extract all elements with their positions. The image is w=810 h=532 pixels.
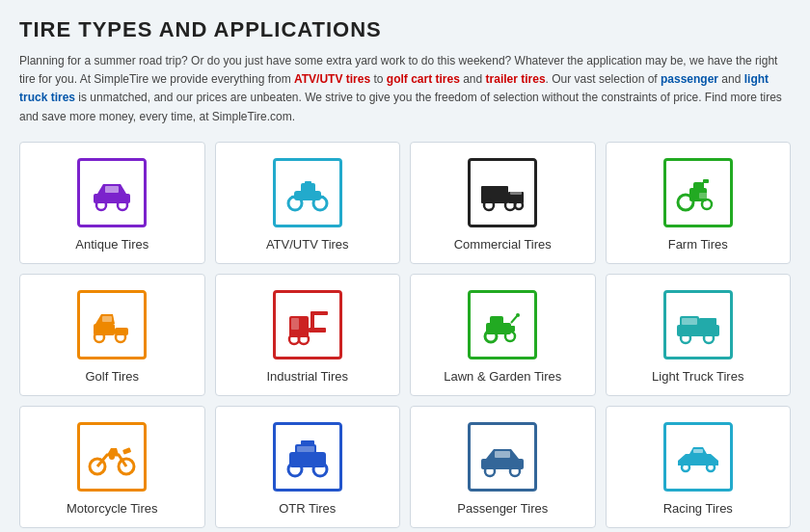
atv-label: ATV/UTV Tires	[266, 237, 349, 252]
svg-rect-45	[682, 318, 697, 325]
golf-label: Golf Tires	[85, 369, 139, 384]
svg-rect-8	[291, 196, 296, 199]
lawn-label: Lawn & Garden Tires	[444, 369, 561, 384]
motorcycle-icon	[77, 422, 147, 492]
svg-rect-31	[310, 313, 314, 330]
svg-rect-9	[319, 196, 324, 199]
golf-link[interactable]: golf cart tires	[387, 72, 460, 86]
svg-point-42	[516, 313, 520, 317]
svg-point-19	[678, 195, 693, 210]
motorcycle-label: Motorcycle Tires	[67, 501, 158, 516]
svg-rect-51	[122, 447, 131, 454]
card-racing[interactable]: Racing Tires	[606, 406, 792, 528]
industrial-label: Industrial Tires	[266, 369, 348, 384]
card-commercial[interactable]: Commercial Tires	[410, 142, 596, 264]
card-atv[interactable]: ATV/UTV Tires	[215, 142, 401, 264]
tire-type-grid: Antique Tires ATV/UTV Tires	[19, 142, 791, 532]
svg-rect-63	[693, 449, 703, 453]
card-antique[interactable]: Antique Tires	[19, 142, 205, 264]
otr-label: OTR Tires	[279, 501, 336, 516]
svg-rect-21	[699, 193, 709, 199]
lighttruck-label: Light Truck Tires	[652, 369, 743, 384]
svg-rect-53	[289, 452, 326, 467]
card-golf[interactable]: Golf Tires	[19, 274, 205, 396]
trailer-link[interactable]: trailer tires	[486, 72, 546, 86]
passenger-link[interactable]: passenger	[661, 72, 718, 86]
commercial-icon	[468, 158, 537, 227]
svg-rect-13	[510, 188, 522, 195]
card-lighttruck[interactable]: Light Truck Tires	[606, 274, 792, 396]
svg-point-64	[682, 464, 689, 471]
card-industrial[interactable]: Industrial Tires	[215, 274, 401, 396]
svg-rect-3	[105, 186, 119, 193]
industrial-icon	[273, 290, 342, 359]
golf-icon	[77, 290, 147, 359]
svg-rect-37	[490, 316, 503, 325]
svg-rect-57	[297, 446, 314, 452]
lighttruck-icon	[663, 290, 733, 359]
racing-icon	[663, 422, 733, 492]
svg-rect-60	[495, 451, 510, 458]
svg-rect-28	[102, 316, 112, 322]
atv-link[interactable]: ATV/UTV tires	[294, 72, 370, 86]
card-passenger[interactable]: Passenger Tires	[410, 406, 596, 528]
svg-rect-23	[703, 179, 709, 183]
svg-line-41	[511, 316, 517, 323]
page-description: Planning for a summer road trip? Or do y…	[19, 52, 791, 126]
atv-icon	[273, 158, 342, 227]
lawn-icon	[468, 290, 537, 359]
otr-icon	[273, 422, 342, 492]
svg-rect-66	[678, 461, 686, 465]
svg-rect-10	[305, 181, 311, 185]
svg-rect-40	[505, 326, 515, 332]
antique-icon	[77, 158, 147, 227]
svg-rect-32	[310, 311, 328, 315]
card-otr[interactable]: OTR Tires	[215, 406, 401, 528]
farm-label: Farm Tires	[668, 237, 728, 252]
svg-rect-48	[699, 318, 716, 327]
svg-rect-58	[301, 440, 314, 445]
passenger-icon	[468, 422, 537, 492]
card-farm[interactable]: Farm Tires	[606, 142, 792, 264]
svg-rect-67	[711, 461, 718, 465]
svg-point-20	[702, 200, 712, 209]
svg-point-65	[707, 464, 715, 471]
farm-icon	[663, 158, 733, 227]
svg-point-52	[109, 454, 115, 460]
racing-label: Racing Tires	[663, 501, 733, 516]
page-title: TIRE TYPES AND APPLICATIONS	[19, 17, 791, 42]
svg-rect-35	[291, 318, 299, 330]
svg-point-16	[515, 201, 523, 209]
commercial-label: Commercial Tires	[454, 237, 552, 252]
antique-label: Antique Tires	[75, 237, 148, 252]
card-motorcycle[interactable]: Motorcycle Tires	[19, 406, 205, 528]
card-lawn[interactable]: Lawn & Garden Tires	[410, 274, 596, 396]
svg-rect-18	[693, 182, 703, 191]
passenger-label: Passenger Tires	[457, 501, 548, 516]
